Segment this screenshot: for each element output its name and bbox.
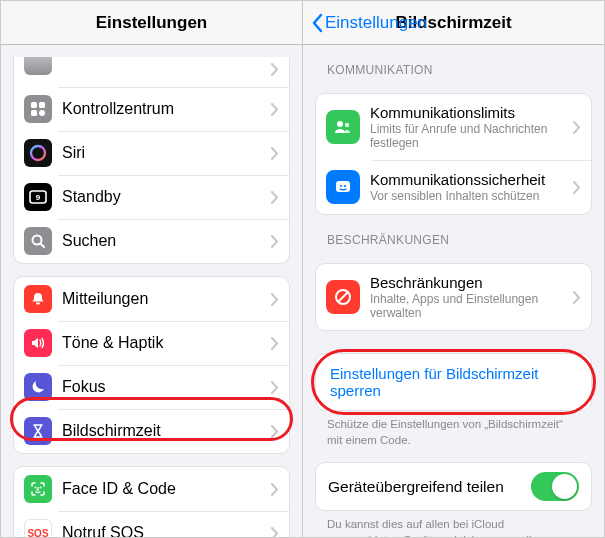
svg-line-8 xyxy=(41,244,45,248)
navbar-right: Einstellungen Bildschirmzeit xyxy=(303,1,604,45)
share-footer: Du kannst dies auf allen bei iCloud ange… xyxy=(327,517,580,537)
sos-icon: SOS xyxy=(24,519,52,537)
moon-icon xyxy=(24,373,52,401)
row-label: Mitteilungen xyxy=(62,290,271,308)
svg-text:9: 9 xyxy=(36,193,41,202)
hourglass-icon xyxy=(24,417,52,445)
row-screen-time[interactable]: Bildschirmzeit xyxy=(14,409,289,453)
chevron-right-icon xyxy=(573,181,581,194)
row-search[interactable]: Suchen xyxy=(14,219,289,263)
chevron-right-icon xyxy=(271,483,279,496)
chevron-right-icon xyxy=(271,381,279,394)
group-restrictions: Beschränkungen Inhalte, Apps und Einstel… xyxy=(315,263,592,331)
svg-point-13 xyxy=(345,123,349,127)
chevron-right-icon xyxy=(573,291,581,304)
row-focus[interactable]: Fokus xyxy=(14,365,289,409)
row-label: Fokus xyxy=(62,378,271,396)
settings-master-pane: Einstellungen Kontrollzentrum Siri 9 St xyxy=(1,1,303,537)
chevron-right-icon xyxy=(271,293,279,306)
chevron-right-icon xyxy=(573,121,581,134)
row-title: Beschränkungen xyxy=(370,274,573,291)
settings-group-general: Kontrollzentrum Siri 9 Standby Suchen xyxy=(13,57,290,264)
row-subtitle: Vor sensiblen Inhalten schützen xyxy=(370,189,573,203)
chevron-right-icon xyxy=(271,337,279,350)
control-center-icon xyxy=(24,95,52,123)
row-label: Standby xyxy=(62,188,271,206)
back-label: Einstellungen xyxy=(325,13,427,33)
svg-point-11 xyxy=(40,487,42,489)
comm-limits-icon xyxy=(326,110,360,144)
unknown-icon xyxy=(24,57,52,75)
lock-settings-button[interactable]: Einstellungen für Bildschirmzeit sperren xyxy=(316,354,591,410)
row-comm-limits[interactable]: Kommunikationslimits Limits für Anrufe u… xyxy=(316,94,591,160)
chevron-right-icon xyxy=(271,191,279,204)
svg-rect-9 xyxy=(36,303,40,305)
row-label: Suchen xyxy=(62,232,271,250)
chevron-right-icon xyxy=(271,235,279,248)
row-label: Notruf SOS xyxy=(62,524,271,537)
lock-footer: Schütze die Einstellungen von „Bildschir… xyxy=(327,417,580,448)
row-restrictions[interactable]: Beschränkungen Inhalte, Apps und Einstel… xyxy=(316,264,591,330)
bell-icon xyxy=(24,285,52,313)
group-lock: Einstellungen für Bildschirmzeit sperren xyxy=(315,353,592,411)
row-standby[interactable]: 9 Standby xyxy=(14,175,289,219)
navbar-left: Einstellungen xyxy=(1,1,302,45)
svg-line-18 xyxy=(338,292,348,302)
svg-rect-3 xyxy=(39,110,45,116)
chevron-right-icon xyxy=(271,103,279,116)
nosign-icon xyxy=(326,280,360,314)
settings-group-security: Face ID & Code SOS Notruf SOS Datenschut… xyxy=(13,466,290,537)
comm-safety-icon xyxy=(326,170,360,204)
group-share: Geräteübergreifend teilen xyxy=(315,462,592,511)
settings-list[interactable]: Kontrollzentrum Siri 9 Standby Suchen xyxy=(1,45,302,537)
row-label: Siri xyxy=(62,144,271,162)
settings-group-notifications: Mitteilungen Töne & Haptik Fokus Bildsch… xyxy=(13,276,290,454)
row-label: Face ID & Code xyxy=(62,480,271,498)
row-share-across: Geräteübergreifend teilen xyxy=(316,463,591,510)
group-communication: Kommunikationslimits Limits für Anrufe u… xyxy=(315,93,592,215)
chevron-left-icon xyxy=(311,13,323,33)
chevron-right-icon xyxy=(271,527,279,538)
row-sounds[interactable]: Töne & Haptik xyxy=(14,321,289,365)
search-icon xyxy=(24,227,52,255)
row-label: Töne & Haptik xyxy=(62,334,271,352)
svg-point-10 xyxy=(35,487,37,489)
svg-rect-1 xyxy=(39,102,45,108)
back-button[interactable]: Einstellungen xyxy=(311,13,427,33)
chevron-right-icon xyxy=(271,425,279,438)
row-faceid[interactable]: Face ID & Code xyxy=(14,467,289,511)
row-notifications[interactable]: Mitteilungen xyxy=(14,277,289,321)
speaker-icon xyxy=(24,329,52,357)
svg-point-4 xyxy=(31,146,45,160)
row-label: Kontrollzentrum xyxy=(62,100,271,118)
siri-icon xyxy=(24,139,52,167)
section-header-restrictions: Beschränkungen xyxy=(327,233,580,247)
row-subtitle: Limits für Anrufe und Nachrichten festle… xyxy=(370,122,573,150)
row-control-center[interactable]: Kontrollzentrum xyxy=(14,87,289,131)
row-label: Bildschirmzeit xyxy=(62,422,271,440)
svg-rect-0 xyxy=(31,102,37,108)
section-header-communication: Kommunikation xyxy=(327,63,580,77)
row-siri[interactable]: Siri xyxy=(14,131,289,175)
screentime-content[interactable]: Kommunikation Kommunikationslimits Limit… xyxy=(303,45,604,537)
row-subtitle: Inhalte, Apps und Einstellungen verwalte… xyxy=(370,292,573,320)
standby-icon: 9 xyxy=(24,183,52,211)
screentime-detail-pane: Einstellungen Bildschirmzeit Kommunikati… xyxy=(303,1,604,537)
row-comm-safety[interactable]: Kommunikationssicherheit Vor sensiblen I… xyxy=(316,160,591,214)
chevron-right-icon xyxy=(271,63,279,76)
navbar-title-left: Einstellungen xyxy=(96,13,207,33)
faceid-icon xyxy=(24,475,52,503)
row-sos[interactable]: SOS Notruf SOS xyxy=(14,511,289,537)
svg-point-15 xyxy=(340,185,342,187)
svg-rect-2 xyxy=(31,110,37,116)
svg-point-12 xyxy=(337,121,343,127)
row-title: Kommunikationssicherheit xyxy=(370,171,573,188)
share-toggle[interactable] xyxy=(531,472,579,501)
svg-point-16 xyxy=(344,185,346,187)
chevron-right-icon xyxy=(271,147,279,160)
row-title: Kommunikationslimits xyxy=(370,104,573,121)
row-unknown-top[interactable] xyxy=(14,57,289,87)
share-label: Geräteübergreifend teilen xyxy=(328,478,531,496)
